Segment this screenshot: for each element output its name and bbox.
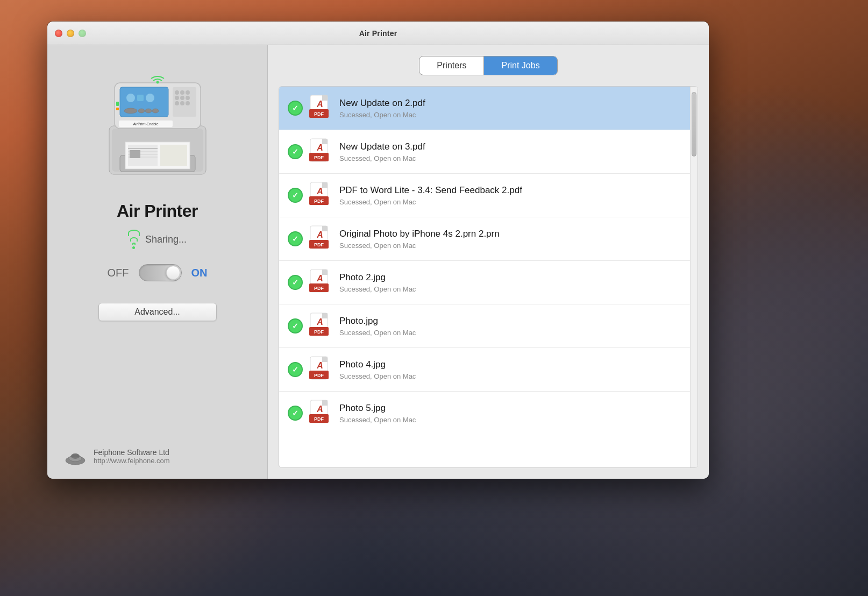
job-title: New Update on 2.pdf [339,98,681,109]
job-details: New Update on 3.pdf Sucessed, Open on Ma… [339,141,681,162]
svg-text:A: A [316,143,323,152]
svg-point-28 [124,108,137,113]
svg-text:A: A [316,274,323,283]
svg-text:PDF: PDF [314,155,324,160]
print-job-item[interactable]: PDF A Photo 5.jpg Sucessed, Open on Mac [279,392,690,435]
job-status: Sucessed, Open on Mac [339,198,681,206]
job-title: Photo 5.jpg [339,403,681,414]
svg-text:A: A [316,405,323,414]
tab-printers[interactable]: Printers [419,56,484,75]
tab-group: Printers Print Jobs [419,56,557,75]
svg-text:PDF: PDF [314,416,324,422]
pdf-file-icon: PDF A [309,399,333,427]
maximize-button[interactable] [79,30,86,37]
svg-text:PDF: PDF [314,329,324,335]
company-url: http://www.feiphone.com [94,457,170,465]
toggle-container: OFF ON [108,264,208,281]
svg-point-19 [186,90,190,95]
svg-point-30 [145,109,152,113]
job-title: Photo.jpg [339,316,681,327]
pdf-file-icon: PDF A [309,138,333,166]
app-window: Air Printer [47,22,709,479]
svg-text:A: A [316,361,323,370]
svg-point-20 [175,96,179,100]
print-job-item[interactable]: PDF A New Update on 2.pdf Sucessed, Open… [279,87,690,130]
scrollbar[interactable] [690,87,698,467]
svg-point-17 [175,90,179,95]
check-icon [288,188,303,203]
job-status: Sucessed, Open on Mac [339,372,681,380]
toggle-thumb [166,266,180,280]
check-icon [288,101,303,116]
print-job-item[interactable]: PDF A Original Photo by iPhone 4s 2.prn … [279,217,690,261]
wifi-icon [128,230,140,249]
tab-print-jobs[interactable]: Print Jobs [484,56,557,75]
company-logo-icon [63,444,87,468]
tab-bar: Printers Print Jobs [279,56,698,75]
svg-point-15 [146,94,154,102]
check-icon [288,144,303,159]
print-job-item[interactable]: PDF A New Update on 3.pdf Sucessed, Open… [279,130,690,174]
window-content: AirPrint-Enable Air Printer Sharing... [47,45,709,479]
print-jobs-list: PDF A New Update on 2.pdf Sucessed, Open… [279,87,690,467]
svg-text:A: A [316,317,323,327]
svg-text:A: A [316,187,323,196]
print-jobs-list-container: PDF A New Update on 2.pdf Sucessed, Open… [279,86,698,468]
svg-text:A: A [316,100,323,109]
svg-rect-5 [160,145,187,166]
svg-point-21 [180,96,184,100]
job-title: Photo 4.jpg [339,359,681,370]
printer-name: Air Printer [117,201,198,221]
job-title: PDF to Word Lite - 3.4: Send Feedback 2.… [339,185,681,196]
traffic-lights [55,30,86,37]
toggle-off-label: OFF [108,267,129,279]
svg-rect-10 [130,150,140,158]
job-details: PDF to Word Lite - 3.4: Send Feedback 2.… [339,185,681,206]
job-details: Original Photo by iPhone 4s 2.prn 2.prn … [339,229,681,250]
svg-point-18 [180,90,184,95]
svg-point-34 [156,81,159,84]
svg-rect-14 [137,95,144,101]
printer-image: AirPrint-Enable [88,61,227,190]
svg-point-22 [186,96,190,100]
toggle-switch[interactable] [139,264,182,281]
check-icon [288,275,303,290]
print-job-item[interactable]: PDF A Photo.jpg Sucessed, Open on Mac [279,304,690,348]
svg-point-13 [126,94,135,102]
check-icon [288,231,303,246]
scrollbar-thumb[interactable] [692,92,696,157]
job-title: Original Photo by iPhone 4s 2.prn 2.prn [339,229,681,239]
print-job-item[interactable]: PDF A Photo 2.jpg Sucessed, Open on Mac [279,261,690,304]
advanced-button[interactable]: Advanced... [98,303,217,321]
pdf-file-icon: PDF A [309,94,333,122]
print-job-item[interactable]: PDF A Photo 4.jpg Sucessed, Open on Mac [279,348,690,392]
job-status: Sucessed, Open on Mac [339,154,681,162]
pdf-file-icon: PDF A [309,268,333,296]
svg-text:PDF: PDF [314,198,324,204]
toggle-on-label: ON [191,267,208,279]
svg-rect-26 [116,102,119,106]
svg-point-29 [138,109,145,113]
job-details: Photo 5.jpg Sucessed, Open on Mac [339,403,681,424]
left-panel: AirPrint-Enable Air Printer Sharing... [47,45,268,479]
pdf-file-icon: PDF A [309,312,333,340]
pdf-file-icon: PDF A [309,181,333,209]
job-status: Sucessed, Open on Mac [339,416,681,424]
job-details: Photo 4.jpg Sucessed, Open on Mac [339,359,681,380]
close-button[interactable] [55,30,62,37]
minimize-button[interactable] [67,30,74,37]
pdf-file-icon: PDF A [309,225,333,253]
svg-text:PDF: PDF [314,286,324,291]
company-text: Feiphone Software Ltd http://www.feiphon… [94,448,170,465]
svg-text:PDF: PDF [314,242,324,247]
print-job-item[interactable]: PDF A PDF to Word Lite - 3.4: Send Feedb… [279,174,690,217]
right-panel: Printers Print Jobs PDF A New Update on … [268,45,709,479]
check-icon [288,318,303,334]
svg-point-25 [186,101,190,105]
svg-text:A: A [316,230,323,239]
job-title: New Update on 3.pdf [339,141,681,152]
title-bar: Air Printer [47,22,709,45]
company-name: Feiphone Software Ltd [94,448,170,457]
svg-point-23 [175,101,179,105]
svg-text:AirPrint-Enable: AirPrint-Enable [133,122,158,126]
